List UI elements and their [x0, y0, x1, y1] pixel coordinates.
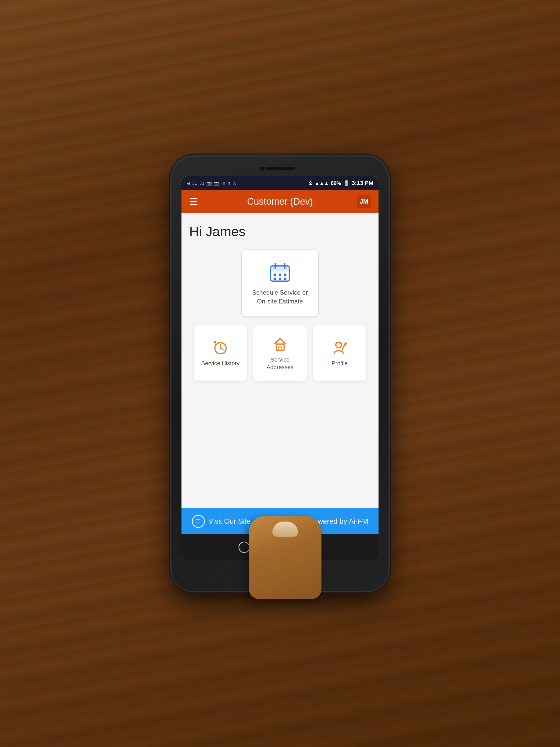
phone-screen: ◀ 31 31 📷 📷 in ⬆ 𝕏 ⊙ ▲▲▲ 89% 🔋 3:13 PM ☰… [182, 176, 378, 560]
svg-rect-5 [279, 274, 281, 276]
visit-site-button[interactable]: ☰ Visit Our Site [192, 515, 251, 528]
finger [249, 516, 321, 599]
wifi-icon: ⊙ [308, 180, 313, 186]
time-display: 3:13 PM [352, 180, 373, 186]
user-avatar[interactable]: JM [357, 195, 371, 208]
main-content: Hi James [182, 213, 378, 508]
svg-rect-9 [284, 278, 287, 280]
svg-line-20 [342, 343, 345, 351]
battery-percent: 89% [331, 180, 341, 186]
home-nav-button[interactable] [239, 542, 250, 553]
status-bar: ◀ 31 31 📷 📷 in ⬆ 𝕏 ⊙ ▲▲▲ 89% 🔋 3:13 PM [182, 176, 378, 190]
list-icon: ☰ [196, 518, 201, 525]
calendar-icon [268, 261, 292, 284]
svg-rect-4 [273, 274, 276, 276]
svg-rect-8 [279, 278, 281, 280]
svg-rect-1 [271, 266, 289, 271]
battery-icon: 🔋 [343, 180, 350, 186]
signal-icons: ◀ 31 31 📷 📷 in ⬆ 𝕏 [187, 181, 237, 186]
profile-icon [331, 339, 348, 356]
svg-rect-6 [284, 274, 287, 276]
app-header: ☰ Customer (Dev) JM [182, 190, 378, 213]
svg-point-13 [220, 347, 221, 349]
phone-top [176, 163, 384, 174]
service-addresses-label: Service Addresses [258, 356, 302, 371]
app-title: Customer (Dev) [203, 196, 357, 207]
home-icon [272, 336, 289, 353]
service-addresses-button[interactable]: Service Addresses [253, 325, 307, 382]
service-history-label: Service History [201, 360, 240, 367]
svg-point-16 [336, 342, 342, 348]
speaker [264, 167, 296, 170]
front-camera [259, 166, 264, 171]
schedule-label: Schedule Service or On-site Estimate [247, 288, 313, 306]
history-icon [212, 339, 229, 356]
schedule-service-button[interactable]: Schedule Service or On-site Estimate [241, 250, 319, 317]
greeting-text: Hi James [189, 224, 371, 239]
service-history-button[interactable]: Service History [193, 325, 247, 382]
phone-device: ◀ 31 31 📷 📷 in ⬆ 𝕏 ⊙ ▲▲▲ 89% 🔋 3:13 PM ☰… [171, 156, 389, 591]
status-icons: ◀ 31 31 📷 📷 in ⬆ 𝕏 [187, 181, 237, 186]
action-grid: Service History Service Addresses [189, 325, 371, 382]
visit-site-label: Visit Our Site [209, 517, 251, 525]
status-right-info: ⊙ ▲▲▲ 89% 🔋 3:13 PM [308, 180, 373, 186]
list-circle-icon: ☰ [192, 515, 205, 528]
svg-rect-7 [273, 278, 276, 280]
profile-label: Profile [331, 360, 348, 367]
fingernail [272, 521, 298, 537]
menu-button[interactable]: ☰ [189, 196, 197, 207]
profile-button[interactable]: Profile [313, 325, 367, 382]
signal-strength-icon: ▲▲▲ [315, 181, 328, 186]
